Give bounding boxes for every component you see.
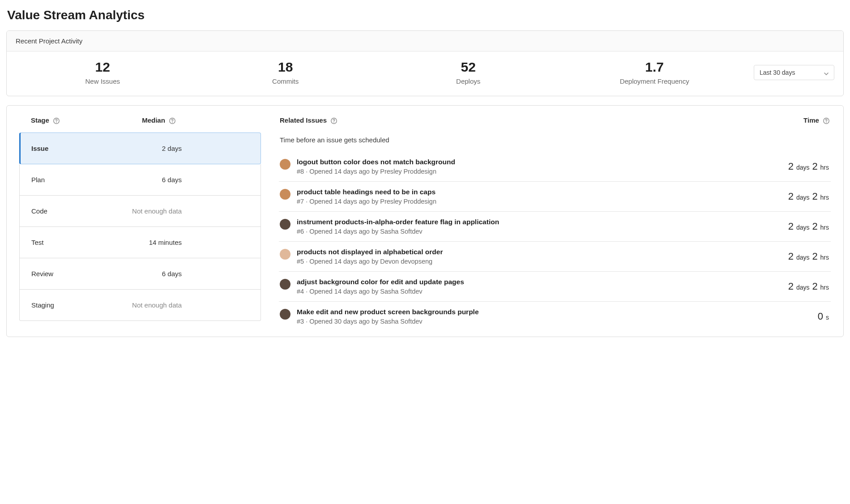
stage-item[interactable]: Review6 days: [19, 258, 261, 290]
stage-description: Time before an issue gets scheduled: [279, 132, 831, 152]
activity-header: Recent Project Activity: [7, 31, 843, 51]
stage-item[interactable]: Issue2 days: [19, 132, 261, 164]
stage-item[interactable]: Test14 minutes: [19, 227, 261, 258]
issue-time: 2 days 2 hrs: [788, 218, 830, 232]
activity-panel: Recent Project Activity 12New Issues18Co…: [6, 30, 844, 96]
issue-list: logout button color does not match backg…: [279, 152, 831, 331]
metric-value: 52: [437, 60, 500, 75]
issue-meta: #3 · Opened 30 days ago by Sasha Softdev: [297, 318, 479, 325]
help-icon[interactable]: [169, 117, 176, 124]
issue-title[interactable]: product table headings need to be in cap…: [297, 188, 436, 196]
issue-time: 2 days 2 hrs: [788, 158, 830, 172]
avatar[interactable]: [280, 189, 290, 200]
metric-label: New Issues: [71, 77, 134, 85]
stage-name: Staging: [31, 301, 54, 309]
metric: 52Deploys: [437, 60, 500, 85]
issue-meta: #8 · Opened 14 days ago by Presley Prodd…: [297, 168, 455, 175]
help-icon[interactable]: [53, 117, 60, 124]
issue-row[interactable]: product table headings need to be in cap…: [279, 182, 831, 212]
stages-panel: Stage Median Issue2 daysPlan6 daysCodeNo…: [6, 105, 844, 337]
stage-median: 14 minutes: [149, 239, 249, 246]
metric-label: Deploys: [437, 77, 500, 85]
issue-title[interactable]: logout button color does not match backg…: [297, 158, 455, 166]
avatar[interactable]: [280, 159, 290, 170]
metric-value: 12: [71, 60, 134, 75]
activity-body: 12New Issues18Commits52Deploys1.7Deploym…: [7, 51, 843, 96]
metrics-container: 12New Issues18Commits52Deploys1.7Deploym…: [16, 60, 745, 85]
issue-time: 2 days 2 hrs: [788, 188, 830, 202]
issue-row[interactable]: instrument products-in-alpha-order featu…: [279, 212, 831, 242]
stage-item[interactable]: StagingNot enough data: [19, 290, 261, 321]
stage-name: Code: [31, 207, 47, 215]
metric: 18Commits: [254, 60, 317, 85]
issue-time: 2 days 2 hrs: [788, 278, 830, 292]
median-header: Median: [142, 116, 176, 124]
stage-list: Issue2 daysPlan6 daysCodeNot enough data…: [19, 132, 261, 321]
issue-meta: #7 · Opened 14 days ago by Presley Prodd…: [297, 198, 436, 205]
avatar[interactable]: [280, 249, 290, 260]
issue-row[interactable]: logout button color does not match backg…: [279, 152, 831, 182]
stage-name: Issue: [31, 145, 48, 152]
issue-meta: #4 · Opened 14 days ago by Sasha Softdev: [297, 288, 464, 295]
page-title: Value Stream Analytics: [7, 8, 844, 22]
stage-name: Plan: [31, 176, 45, 184]
issues-column: Related Issues Time Time before an issue…: [279, 115, 831, 331]
issue-title[interactable]: adjust background color for edit and upd…: [297, 278, 464, 286]
metric-value: 18: [254, 60, 317, 75]
issue-meta: #5 · Opened 14 days ago by Devon devopse…: [297, 258, 443, 265]
stage-item[interactable]: Plan6 days: [19, 164, 261, 196]
issue-time: 0 s: [818, 308, 830, 322]
stages-column: Stage Median Issue2 daysPlan6 daysCodeNo…: [19, 115, 261, 331]
issue-row[interactable]: products not displayed in alphabetical o…: [279, 242, 831, 272]
date-range-label: Last 30 days: [760, 69, 795, 76]
help-icon[interactable]: [330, 117, 337, 124]
metric-label: Commits: [254, 77, 317, 85]
issue-title[interactable]: Make edit and new product screen backgro…: [297, 308, 479, 316]
time-header: Time: [803, 116, 830, 124]
stage-item[interactable]: CodeNot enough data: [19, 196, 261, 227]
svg-point-1: [56, 122, 57, 123]
avatar[interactable]: [280, 309, 290, 320]
help-icon[interactable]: [823, 117, 830, 124]
metric: 1.7Deployment Frequency: [620, 60, 689, 85]
related-issues-header: Related Issues: [280, 116, 337, 124]
issue-row[interactable]: Make edit and new product screen backgro…: [279, 302, 831, 331]
stage-median: Not enough data: [132, 301, 249, 309]
issue-title[interactable]: instrument products-in-alpha-order featu…: [297, 218, 499, 226]
stage-name: Review: [31, 270, 53, 278]
issue-meta: #6 · Opened 14 days ago by Sasha Softdev: [297, 228, 499, 235]
stage-median: 6 days: [162, 176, 249, 184]
issue-row[interactable]: adjust background color for edit and upd…: [279, 272, 831, 302]
issue-time: 2 days 2 hrs: [788, 248, 830, 262]
stage-median: 6 days: [162, 270, 249, 278]
issue-title[interactable]: products not displayed in alphabetical o…: [297, 248, 443, 256]
stage-median: Not enough data: [132, 207, 249, 215]
metric-label: Deployment Frequency: [620, 77, 689, 85]
date-range-select[interactable]: Last 30 days: [754, 65, 834, 80]
avatar[interactable]: [280, 219, 290, 230]
metric: 12New Issues: [71, 60, 134, 85]
svg-point-5: [333, 122, 334, 123]
stage-header: Stage: [31, 116, 60, 124]
svg-point-3: [172, 122, 173, 123]
chevron-down-icon: [824, 70, 829, 75]
svg-point-7: [826, 122, 827, 123]
avatar[interactable]: [280, 279, 290, 290]
metric-value: 1.7: [620, 60, 689, 75]
stage-median: 2 days: [162, 145, 249, 152]
stage-name: Test: [31, 239, 44, 246]
